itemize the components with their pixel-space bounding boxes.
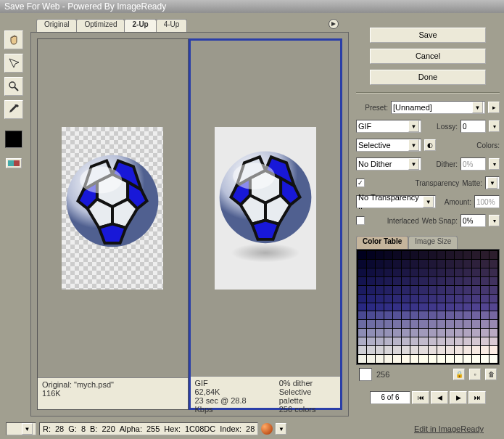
color-swatch[interactable] xyxy=(393,260,401,268)
color-swatch[interactable] xyxy=(455,295,463,303)
color-swatch[interactable] xyxy=(393,311,401,319)
color-swatch[interactable] xyxy=(472,268,480,276)
color-swatch[interactable] xyxy=(367,311,375,319)
color-swatch[interactable] xyxy=(481,260,489,268)
color-swatch[interactable] xyxy=(402,320,410,328)
color-swatch[interactable] xyxy=(472,355,480,363)
color-swatch[interactable] xyxy=(455,303,463,311)
color-swatch[interactable] xyxy=(402,268,410,276)
color-swatch[interactable] xyxy=(384,260,392,268)
color-swatch[interactable] xyxy=(429,268,437,276)
color-swatch[interactable] xyxy=(393,346,401,354)
color-swatch[interactable] xyxy=(455,329,463,337)
color-swatch[interactable] xyxy=(384,329,392,337)
color-swatch[interactable] xyxy=(446,286,454,294)
color-swatch[interactable] xyxy=(367,303,375,311)
color-swatch[interactable] xyxy=(481,295,489,303)
color-swatch[interactable] xyxy=(410,320,418,328)
foreground-color-swatch[interactable] xyxy=(5,131,22,148)
preview-pane-optimized[interactable]: GIF 62,84K 23 sec @ 28.8 Kbps 0% dither … xyxy=(189,38,343,410)
dither-method-select[interactable]: No Dither▼ xyxy=(356,157,421,171)
tab-4up[interactable]: 4-Up xyxy=(156,19,188,32)
color-swatch[interactable] xyxy=(481,277,489,285)
color-swatch[interactable] xyxy=(481,311,489,319)
color-swatch[interactable] xyxy=(489,251,497,259)
color-swatch[interactable] xyxy=(455,286,463,294)
color-swatch[interactable] xyxy=(463,337,471,345)
color-swatch[interactable] xyxy=(446,251,454,259)
slice-select-tool[interactable] xyxy=(4,54,23,73)
color-swatch[interactable] xyxy=(472,260,480,268)
color-swatch[interactable] xyxy=(489,286,497,294)
color-swatch[interactable] xyxy=(463,303,471,311)
color-swatch[interactable] xyxy=(481,355,489,363)
color-swatch[interactable] xyxy=(489,268,497,276)
color-swatch[interactable] xyxy=(402,277,410,285)
color-swatch[interactable] xyxy=(472,346,480,354)
color-swatch[interactable] xyxy=(481,346,489,354)
color-swatch[interactable] xyxy=(358,286,366,294)
color-swatch[interactable] xyxy=(463,260,471,268)
color-swatch[interactable] xyxy=(419,329,427,337)
color-swatch[interactable] xyxy=(410,311,418,319)
color-swatch[interactable] xyxy=(489,337,497,345)
color-swatch[interactable] xyxy=(463,320,471,328)
color-swatch[interactable] xyxy=(437,251,445,259)
hand-tool[interactable] xyxy=(4,30,23,49)
color-swatch[interactable] xyxy=(489,329,497,337)
color-swatch[interactable] xyxy=(446,320,454,328)
color-swatch[interactable] xyxy=(419,337,427,345)
color-swatch[interactable] xyxy=(367,295,375,303)
format-select[interactable]: GIF▼ xyxy=(356,120,421,133)
color-swatch[interactable] xyxy=(429,260,437,268)
color-swatch[interactable] xyxy=(429,277,437,285)
color-swatch[interactable] xyxy=(446,355,454,363)
color-swatch[interactable] xyxy=(455,277,463,285)
color-swatch[interactable] xyxy=(446,260,454,268)
color-swatch[interactable] xyxy=(402,311,410,319)
color-swatch[interactable] xyxy=(437,286,445,294)
color-swatch[interactable] xyxy=(393,277,401,285)
color-swatch[interactable] xyxy=(376,286,384,294)
color-swatch[interactable] xyxy=(376,268,384,276)
tab-image-size[interactable]: Image Size xyxy=(408,236,458,249)
color-swatch[interactable] xyxy=(393,295,401,303)
color-swatch[interactable] xyxy=(384,346,392,354)
save-button[interactable]: Save xyxy=(370,28,486,43)
color-swatch[interactable] xyxy=(393,355,401,363)
color-swatch[interactable] xyxy=(446,337,454,345)
color-swatch[interactable] xyxy=(463,311,471,319)
color-swatch[interactable] xyxy=(384,355,392,363)
next-frame-button[interactable]: ▶ xyxy=(450,391,467,404)
color-swatch[interactable] xyxy=(384,311,392,319)
color-swatch[interactable] xyxy=(463,268,471,276)
color-swatch[interactable] xyxy=(446,311,454,319)
zoom-level[interactable]: ▼ xyxy=(6,422,36,435)
color-swatch[interactable] xyxy=(419,251,427,259)
color-swatch[interactable] xyxy=(410,286,418,294)
color-swatch[interactable] xyxy=(455,337,463,345)
color-swatch[interactable] xyxy=(437,320,445,328)
color-swatch[interactable] xyxy=(393,286,401,294)
ct-trash-button[interactable]: 🗑 xyxy=(485,369,497,380)
color-swatch[interactable] xyxy=(402,251,410,259)
color-swatch[interactable] xyxy=(455,346,463,354)
color-swatch[interactable] xyxy=(429,320,437,328)
color-swatch[interactable] xyxy=(489,311,497,319)
color-swatch[interactable] xyxy=(463,251,471,259)
last-frame-button[interactable]: ⏭ xyxy=(468,391,486,404)
browser-preview-button[interactable] xyxy=(261,423,273,435)
color-swatch[interactable] xyxy=(472,295,480,303)
color-swatch[interactable] xyxy=(410,303,418,311)
color-swatch[interactable] xyxy=(410,268,418,276)
color-swatch[interactable] xyxy=(455,320,463,328)
color-swatch[interactable] xyxy=(446,346,454,354)
color-swatch[interactable] xyxy=(376,337,384,345)
color-swatch[interactable] xyxy=(384,251,392,259)
color-swatch[interactable] xyxy=(384,303,392,311)
color-swatch[interactable] xyxy=(410,355,418,363)
color-table[interactable] xyxy=(356,249,500,365)
color-swatch[interactable] xyxy=(489,303,497,311)
color-swatch[interactable] xyxy=(367,251,375,259)
color-swatch[interactable] xyxy=(358,311,366,319)
